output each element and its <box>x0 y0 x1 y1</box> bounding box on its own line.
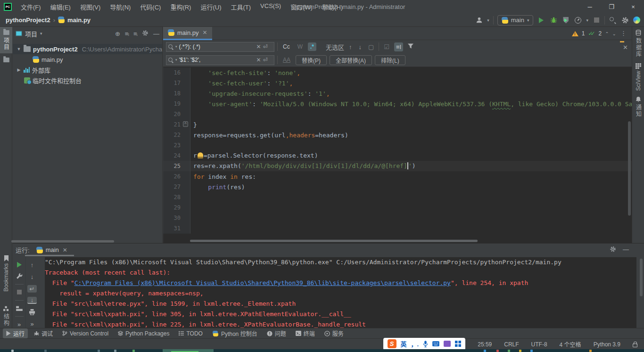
taskbar-active-app[interactable] <box>163 349 214 352</box>
menu-item[interactable]: 文件(F) <box>17 1 45 13</box>
next-occurrence-icon[interactable]: ↓ <box>357 43 364 50</box>
new-line-icon[interactable]: ⏎ <box>263 43 268 50</box>
debug-button[interactable] <box>549 16 558 25</box>
toolbar-services-button[interactable]: 服务 <box>321 328 347 338</box>
maximize-button[interactable]: ❐ <box>601 0 622 13</box>
run-with-coverage-button[interactable] <box>561 16 570 25</box>
close-search-icon[interactable]: ✕ <box>623 44 628 51</box>
run-tab-close-icon[interactable]: ✕ <box>63 247 67 253</box>
edit-configuration-wrench-icon[interactable] <box>15 272 24 279</box>
rerun-button[interactable] <box>15 261 24 268</box>
menu-item[interactable]: 编辑(E) <box>46 1 75 13</box>
exclude-button[interactable]: 排除(L) <box>375 55 405 65</box>
toolbar-python-console-button[interactable]: Python 控制台 <box>209 328 261 338</box>
sogou-logo-icon[interactable]: S <box>388 339 396 348</box>
file-encoding[interactable]: UTF-8 <box>531 341 547 348</box>
previous-occurrence-icon[interactable]: ↑ <box>347 43 354 50</box>
intention-bulb-icon[interactable] <box>198 152 203 159</box>
console-vscrollbar[interactable] <box>640 259 643 296</box>
more-actions-icon[interactable]: » <box>15 321 24 328</box>
code-line-19[interactable]: 19 'user-agent': 'Mozilla/5.0 (Windows N… <box>163 99 632 109</box>
user-profile-icon[interactable] <box>475 16 483 25</box>
menu-item[interactable]: 代码(C) <box>136 1 165 13</box>
stop-process-button[interactable] <box>15 288 24 295</box>
ime-skin-icon[interactable] <box>444 341 451 347</box>
tree-row-external-libraries[interactable]: ▶ 外部库 <box>13 65 162 75</box>
tree-row-main-py[interactable]: main.py <box>13 54 162 65</box>
error-stripe-warning-mark[interactable] <box>620 41 624 42</box>
hide-panel-icon[interactable]: — <box>153 30 159 37</box>
profiler-button[interactable] <box>574 16 582 25</box>
python-interpreter[interactable]: Python 3.9 <box>594 341 620 348</box>
menu-item[interactable]: 运行(U) <box>196 1 225 13</box>
toolbar-python-packages-button[interactable]: Python Packages <box>115 329 173 338</box>
replace-input[interactable] <box>179 57 255 63</box>
toolbar-version-control-button[interactable]: Version Control <box>59 329 112 338</box>
caret-position[interactable]: 25:59 <box>478 341 492 348</box>
code-line-20[interactable]: 20 <box>163 109 632 119</box>
preserve-case-toggle[interactable]: AA <box>281 56 293 64</box>
more-actions-icon[interactable]: » <box>27 320 37 328</box>
regex-toggle[interactable]: .* <box>308 42 316 51</box>
code-line-30[interactable]: 30 <box>163 213 632 223</box>
search-input[interactable] <box>179 43 255 50</box>
stacktrace-link[interactable]: C:\Program Files (x86)\Microsoft Visual … <box>74 279 451 286</box>
windows-taskbar[interactable] <box>0 349 644 352</box>
read-only-lock-icon[interactable] <box>633 344 637 347</box>
editor-hscrollbar[interactable] <box>190 240 478 242</box>
editor-options-menu-icon[interactable]: ⋮ <box>620 30 632 37</box>
menu-item[interactable]: 视图(V) <box>76 1 105 13</box>
replace-button[interactable]: 替换(P) <box>296 55 327 65</box>
ime-toolbox-icon[interactable] <box>455 341 461 347</box>
code-line-21[interactable]: 21^} <box>163 119 632 130</box>
code-line-18[interactable]: 18 'upgrade-insecure-requests': '1', <box>163 88 632 99</box>
microphone-icon[interactable] <box>423 341 428 347</box>
stripe-project-button[interactable]: 项目 <box>0 27 12 53</box>
prev-problem-chevron[interactable]: ⌃ <box>605 31 609 36</box>
inspection-widget[interactable]: 1 ✓✓ 2 ⌃ ⌄ <box>569 29 619 38</box>
toolbar-debug-button[interactable]: 调试 <box>31 328 56 338</box>
editor-vscrollbar[interactable] <box>628 121 631 216</box>
stripe-notifications-button[interactable]: 通知 <box>632 93 644 120</box>
replace-all-button[interactable]: 全部替换(A) <box>330 55 372 65</box>
code-line-27[interactable]: 27 print(res) <box>163 182 632 192</box>
chevron-right-icon[interactable]: ▶ <box>17 67 21 72</box>
collapse-all-icon[interactable]: ≡↓ <box>133 30 137 37</box>
toolbar-terminal-button[interactable]: 终端 <box>292 328 318 338</box>
run-console-output[interactable]: "C:\Program Files (x86)\Microsoft Visual… <box>45 257 636 328</box>
project-hscrollbar[interactable] <box>11 240 114 243</box>
stop-button[interactable] <box>592 16 601 25</box>
ime-punctuation-toggle[interactable]: ，. <box>411 339 419 348</box>
toolbar-problems-button[interactable]: 问题 <box>264 328 289 338</box>
close-button[interactable]: × <box>622 0 644 13</box>
expand-all-icon[interactable]: ≡↕ <box>125 30 129 37</box>
settings-gear-icon[interactable] <box>621 16 629 25</box>
soft-wrap-icon[interactable]: ↵ <box>27 285 37 293</box>
print-icon[interactable] <box>27 308 37 316</box>
toolbar-todo-button[interactable]: TODO <box>175 329 206 338</box>
code-line-16[interactable]: 16 'sec-fetch-site': 'none', <box>163 67 632 78</box>
profiler-dropdown-chevron[interactable]: ▾ <box>586 18 588 23</box>
chevron-down-icon[interactable]: ▼ <box>17 47 21 51</box>
code-line-22[interactable]: 22response=requests.get(url,headers=head… <box>163 130 632 140</box>
tab-close-icon[interactable]: ✕ <box>203 29 207 36</box>
code-editor[interactable]: 16 'sec-fetch-site': 'none',17 'sec-fetc… <box>163 67 632 243</box>
code-line-24[interactable]: 24r=parsel.Selector(response.text) <box>163 151 632 161</box>
locate-file-icon[interactable]: ⊕ <box>115 30 120 37</box>
stripe-database-button[interactable]: 数据库 <box>632 27 644 60</box>
run-tab-main[interactable]: main ✕ <box>34 243 69 256</box>
new-line-icon[interactable]: ⏎ <box>263 57 268 63</box>
run-button[interactable] <box>537 16 545 25</box>
search-everywhere-icon[interactable] <box>609 16 617 25</box>
menu-item[interactable]: 工具(T) <box>226 1 255 13</box>
code-line-23[interactable]: 23 <box>163 140 632 151</box>
down-stack-trace-icon[interactable]: ↓ <box>27 273 37 280</box>
clear-search-icon[interactable]: ✕ <box>256 43 261 50</box>
stripe-bookmarks-button[interactable]: Bookmarks <box>0 252 12 294</box>
select-all-occurrences-icon[interactable]: ▢ <box>366 43 376 50</box>
words-toggle[interactable]: W <box>295 42 305 51</box>
code-line-26[interactable]: 26for index in res: <box>163 171 632 182</box>
up-stack-trace-icon[interactable]: ↑ <box>27 261 37 268</box>
restore-layout-icon[interactable] <box>15 305 24 312</box>
filter-funnel-icon[interactable] <box>406 43 415 50</box>
